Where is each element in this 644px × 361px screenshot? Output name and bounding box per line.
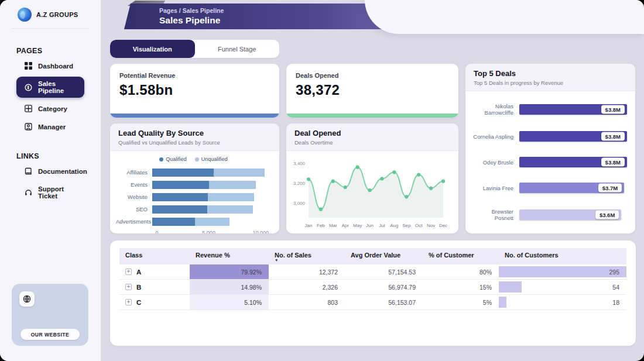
deal-row: Odey Brusle$3.8M (471, 157, 627, 167)
column-header[interactable]: No. of Sales▼ (269, 248, 345, 264)
column-header[interactable]: Revenue % (190, 248, 269, 264)
y-axis-tick: 3,400 (293, 161, 306, 166)
column-header-label: No. of Sales (275, 252, 311, 259)
chart-subtitle: Qualified vs Unqualified Leads by Source (118, 139, 271, 146)
chart-legend: QualifiedUnqualified (116, 156, 271, 162)
avg-order-cell: 56,974.79 (345, 280, 423, 295)
deal-value-badge: $3.8M (601, 105, 625, 114)
chart-subtitle: Top 5 Deals in progress by Revenue (474, 80, 627, 86)
expand-row-icon[interactable]: + (125, 269, 132, 275)
deal-name-label: Odey Brusle (471, 159, 519, 166)
customers-data-bar (499, 266, 626, 277)
website-promo-card: OUR WEBSITE (12, 284, 88, 346)
class-table: ClassRevenue %No. of Sales▼Avg Order Val… (119, 248, 626, 310)
tab-visualization[interactable]: Visualization (110, 40, 195, 58)
data-point (441, 180, 445, 183)
sidebar-item-dashboard[interactable]: Dashboard (16, 59, 84, 73)
sidebar-item-sales-pipeline[interactable]: Sales Pipeline (16, 77, 84, 98)
column-header-label: Avg Order Value (351, 252, 400, 259)
bar-category-label: Advertisments (116, 218, 152, 225)
globe-button[interactable] (19, 291, 35, 307)
deal-bar: $3.8M (519, 157, 627, 167)
column-header[interactable]: Avg Order Value (345, 248, 423, 264)
customers-cell: 54 (499, 280, 626, 295)
customers-value: 54 (612, 284, 619, 291)
kpi-card-potential-revenue: Potential Revenue $1.58bn (110, 64, 279, 118)
column-header[interactable]: Class (119, 248, 190, 264)
x-axis-tick: Aug (390, 223, 398, 228)
bar-category-label: Events (116, 181, 152, 188)
sidebar-item-label: Manager (38, 123, 66, 130)
bar-segment (152, 218, 195, 226)
bar-track (152, 169, 271, 177)
avg-order-cell: 57,154.53 (345, 264, 423, 280)
class-cell: +A (119, 264, 190, 280)
bar-segment (152, 181, 209, 189)
line-area-fill (309, 167, 443, 218)
x-axis-tick: Oct (415, 223, 423, 228)
data-point (380, 177, 383, 180)
sidebar-item-documentation[interactable]: Documentation (16, 164, 84, 178)
customers-data-bar (499, 281, 522, 293)
deal-bar-track: $3.6M (519, 209, 627, 220)
column-header-label: % of Customer (429, 252, 474, 259)
chart-header: Deal Opened Deals Overtime (286, 123, 458, 151)
top-deals-chart: Nikolas Barrowcliffe$3.8MCornelia Asplin… (465, 91, 635, 233)
sidebar-item-manager[interactable]: Manager (16, 119, 84, 134)
kpi-accent-bar (286, 114, 458, 118)
deal-bar-track: $3.8M (519, 104, 627, 115)
deal-value-badge: $3.6M (595, 211, 619, 219)
x-axis-tick: Mar (329, 223, 337, 228)
bar-row: Affiliates (116, 166, 271, 178)
bar-segment (208, 193, 254, 201)
deal-name-label: Lavinia Free (471, 185, 519, 191)
sidebar-item-label: Documentation (38, 168, 87, 175)
kpi-value: 38,372 (296, 82, 449, 98)
deal-row: Brewster Posnett$3.6M (471, 208, 627, 221)
sales-cell: 12,372 (269, 264, 345, 280)
x-axis-tick: 0 (155, 230, 158, 233)
sidebar: A.Z GROUPS PAGES Dashboard Sales Pipelin… (0, 0, 101, 361)
our-website-button[interactable]: OUR WEBSITE (20, 329, 80, 340)
brand-row: A.Z GROUPS (0, 0, 101, 28)
x-axis-tick: Jun (366, 223, 374, 228)
data-point (392, 170, 396, 174)
legend-dot-icon (195, 157, 199, 161)
deals-overtime-chart: 3,4003,2003,000JanFebMarAprMayJunJulAugS… (286, 151, 458, 233)
x-axis-tick: Apr (342, 223, 350, 228)
expand-row-icon[interactable]: + (125, 284, 132, 290)
manager-icon (25, 123, 32, 130)
sidebar-heading-links: LINKS (16, 152, 101, 160)
revenue-pct-cell: 79.92% (190, 264, 269, 280)
deal-bar-track: $3.8M (519, 157, 627, 167)
class-label: C (136, 299, 141, 306)
category-icon (25, 105, 32, 112)
customers-value: 18 (612, 299, 619, 306)
x-axis-tick: Dec (439, 223, 447, 228)
column-header[interactable]: % of Customer (423, 248, 499, 264)
lead-quality-chart: QualifiedUnqualifiedAffiliatesEventsWebs… (110, 151, 279, 233)
bar-segment (152, 193, 208, 201)
data-point (344, 185, 347, 189)
bar-segment (214, 169, 265, 177)
view-tabs: Visualization Funnel Stage (110, 40, 279, 58)
sidebar-heading-pages: PAGES (16, 47, 101, 55)
deal-bar: $3.6M (519, 209, 621, 220)
sidebar-item-category[interactable]: Category (16, 101, 84, 116)
data-point (356, 166, 359, 169)
data-point (405, 195, 408, 198)
expand-row-icon[interactable]: + (125, 299, 132, 305)
tab-funnel-stage[interactable]: Funnel Stage (195, 40, 280, 58)
deal-row: Cornelia Aspling$3.8M (471, 131, 627, 142)
legend-label: Unqualified (201, 156, 228, 162)
class-cell: +B (119, 280, 190, 295)
bar-track (152, 218, 271, 226)
deal-bar-track: $3.8M (519, 131, 627, 142)
dashboard-icon (25, 62, 32, 70)
chart-title: Deal Opened (294, 129, 450, 137)
sidebar-item-support-ticket[interactable]: Support Ticket (16, 182, 84, 203)
column-header[interactable]: No. of Customers (499, 248, 626, 264)
support-ticket-icon (25, 189, 32, 197)
x-axis-tick: 10,000 (253, 230, 269, 233)
app-window: A.Z GROUPS PAGES Dashboard Sales Pipelin… (0, 0, 644, 361)
